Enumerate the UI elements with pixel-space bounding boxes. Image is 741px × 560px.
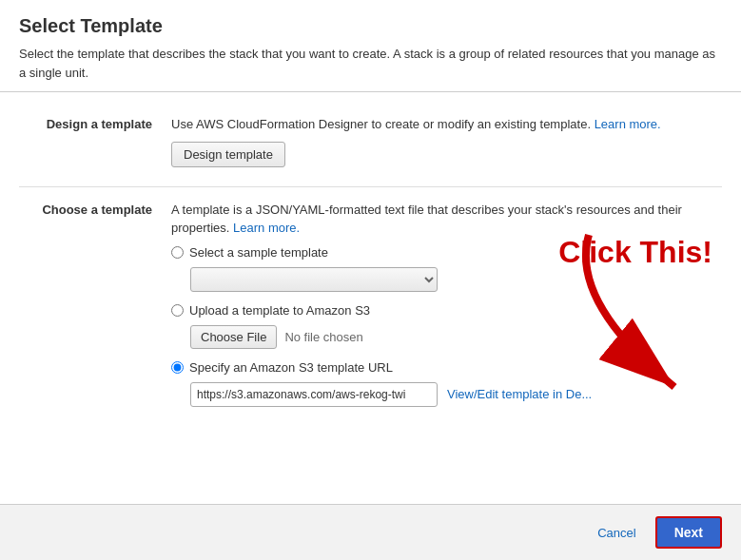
radio-sample-option: Select a sample template <box>171 245 722 260</box>
header-section: Select Template Select the template that… <box>0 0 741 92</box>
url-input[interactable] <box>190 382 438 407</box>
no-file-text: No file chosen <box>284 330 362 344</box>
page-title: Select Template <box>19 15 722 37</box>
page-wrapper: Select Template Select the template that… <box>0 0 741 560</box>
sample-template-dropdown[interactable] <box>190 267 438 292</box>
design-template-button[interactable]: Design template <box>171 142 285 167</box>
upload-row: Choose File No file chosen <box>190 325 722 349</box>
url-input-row: View/Edit template in De... <box>190 382 722 407</box>
design-section-row: Design a template Use AWS CloudFormation… <box>19 115 722 167</box>
radio-upload-option: Upload a template to Amazon S3 <box>171 303 722 318</box>
choose-description: A template is a JSON/YAML-formatted text… <box>171 201 722 238</box>
design-content: Use AWS CloudFormation Designer to creat… <box>171 115 722 167</box>
radio-upload-label[interactable]: Upload a template to Amazon S3 <box>189 303 370 318</box>
choose-file-button[interactable]: Choose File <box>190 325 277 349</box>
choose-content: A template is a JSON/YAML-formatted text… <box>171 201 722 407</box>
view-edit-link[interactable]: View/Edit template in De... <box>447 387 592 401</box>
choose-label: Choose a template <box>19 201 171 407</box>
design-label: Design a template <box>19 115 171 167</box>
design-description: Use AWS CloudFormation Designer to creat… <box>171 115 722 134</box>
design-learn-more-link[interactable]: Learn more. <box>595 117 661 131</box>
choose-section-row: Choose a template A template is a JSON/Y… <box>19 201 722 407</box>
next-button[interactable]: Next <box>655 516 722 549</box>
choose-learn-more-link[interactable]: Learn more. <box>233 221 300 235</box>
footer-section: Cancel Next <box>0 504 741 560</box>
radio-sample[interactable] <box>171 246 184 259</box>
radio-upload[interactable] <box>171 304 184 317</box>
radio-url[interactable] <box>171 361 184 374</box>
page-description: Select the template that describes the s… <box>19 45 722 82</box>
cancel-button[interactable]: Cancel <box>588 520 645 546</box>
section-divider <box>19 186 722 187</box>
radio-url-label[interactable]: Specify an Amazon S3 template URL <box>189 360 393 375</box>
radio-url-option: Specify an Amazon S3 template URL <box>171 360 722 375</box>
main-content: Design a template Use AWS CloudFormation… <box>0 92 741 504</box>
radio-sample-label[interactable]: Select a sample template <box>189 245 328 260</box>
